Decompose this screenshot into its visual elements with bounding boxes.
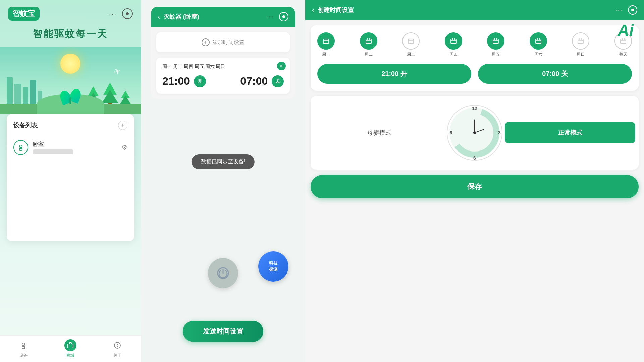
device-name: 卧室: [33, 141, 117, 148]
more-options-icon[interactable]: ···: [109, 10, 117, 18]
app-logo-text: 智蚊宝: [13, 9, 35, 19]
sync-message: 数据已同步至设备!: [201, 159, 245, 164]
close-button[interactable]: ✕: [277, 62, 286, 70]
clock-wrapper: 12 3 6 9: [444, 103, 505, 163]
header-right: ···: [267, 12, 288, 21]
right-target-btn[interactable]: [628, 5, 637, 15]
nav-shop-icon: [64, 339, 76, 351]
add-device-button[interactable]: +: [118, 121, 127, 130]
svg-rect-1: [19, 148, 22, 150]
on-badge: 开: [194, 75, 206, 87]
day-tue-label: 周二: [365, 52, 373, 57]
nav-about-icon: [111, 339, 123, 351]
device-mac: [33, 149, 73, 154]
day-sun-label: 周日: [577, 52, 585, 57]
device-info: 卧室: [33, 141, 117, 154]
svg-rect-5: [22, 346, 25, 349]
plus-circle-icon: +: [202, 38, 210, 46]
day-fri-circle[interactable]: [487, 32, 504, 50]
mode-left-label[interactable]: 母婴模式: [314, 125, 444, 140]
sync-notification: 数据已同步至设备!: [192, 154, 255, 169]
more-icon[interactable]: ···: [267, 13, 274, 20]
app-tagline: 智能驱蚊每一天: [0, 24, 141, 47]
power-icon: [216, 266, 230, 281]
day-wed-circle[interactable]: [402, 32, 420, 50]
day-sat[interactable]: 周六: [530, 32, 547, 57]
svg-rect-16: [366, 39, 371, 44]
svg-point-9: [117, 346, 118, 347]
bottom-navigation: 设备 商城 关于: [0, 335, 141, 362]
day-mon-label: 周一: [322, 52, 330, 57]
on-time-group: 21:00 开: [162, 75, 206, 87]
right-back-arrow[interactable]: ‹: [312, 6, 314, 14]
device-list-title: 设备列表: [13, 121, 38, 129]
day-tue[interactable]: 周二: [360, 32, 377, 57]
on-label: 开: [198, 78, 202, 84]
off-badge: 关: [272, 75, 284, 87]
back-arrow-icon[interactable]: ‹: [158, 13, 160, 21]
day-sun-circle[interactable]: [572, 32, 589, 50]
device-list-header: 设备列表 +: [13, 121, 127, 130]
day-sun[interactable]: 周日: [572, 32, 589, 57]
power-button[interactable]: [208, 258, 238, 288]
device-icon: [13, 140, 28, 155]
send-settings-label: 发送时间设置: [203, 327, 243, 335]
device-settings-icon[interactable]: ⚙: [121, 143, 127, 152]
day-selector-card: 周一 周二 周三 周四 周五: [311, 25, 639, 90]
day-every-label: 每天: [619, 52, 627, 57]
off-time-value[interactable]: 07:00: [240, 75, 268, 87]
header-left: ‹ 灭蚊器 (卧室): [158, 13, 199, 21]
svg-point-53: [473, 131, 476, 134]
day-fri[interactable]: 周五: [487, 32, 504, 57]
right-header: ‹ 创建时间设置 ···: [305, 0, 644, 20]
svg-rect-36: [578, 39, 583, 44]
send-settings-button[interactable]: 发送时间设置: [183, 321, 263, 342]
weekdays-row: 周一 周二 周四 周五 周六 周日: [162, 64, 284, 70]
on-time-value[interactable]: 21:00: [162, 75, 190, 87]
middle-phone-screen: ‹ 灭蚊器 (卧室) ··· + 添加时间设置 ✕ 周一 周二 周四 周五 周六…: [151, 7, 295, 99]
svg-rect-32: [536, 39, 541, 44]
time-buttons-row: 21:00 开 07:00 关: [317, 64, 632, 84]
nav-item-about[interactable]: 关于: [111, 339, 123, 358]
day-sat-circle[interactable]: [530, 32, 547, 50]
svg-rect-12: [323, 39, 329, 44]
day-wed[interactable]: 周三: [402, 32, 420, 57]
day-tue-circle[interactable]: [360, 32, 377, 50]
svg-text:3: 3: [498, 130, 501, 135]
landscape-illustration: ✈: [0, 47, 141, 114]
right-screen-title: 创建时间设置: [318, 6, 354, 14]
right-more-icon[interactable]: ···: [615, 7, 623, 14]
tech-badge-line1: 科技: [269, 261, 278, 266]
weekdays-text: 周一 周二 周四 周五 周六 周日: [162, 64, 225, 70]
day-mon[interactable]: 周一: [317, 32, 335, 57]
time-row: 21:00 开 07:00 关: [162, 75, 284, 87]
target-btn[interactable]: [279, 12, 288, 21]
on-time-button[interactable]: 21:00 开: [317, 64, 471, 84]
days-row: 周一 周二 周三 周四 周五: [317, 32, 632, 57]
svg-text:6: 6: [473, 155, 476, 161]
panel-main: 智蚊宝 ··· 智能驱蚊每一天: [0, 0, 141, 362]
nav-item-shop[interactable]: 商城: [64, 339, 76, 358]
target-icon[interactable]: [122, 8, 133, 19]
power-button-wrapper: [208, 258, 238, 288]
svg-text:9: 9: [450, 130, 452, 135]
day-thu[interactable]: 周四: [445, 32, 462, 57]
svg-text:12: 12: [472, 106, 477, 111]
nav-item-device[interactable]: 设备: [17, 339, 30, 358]
mode-right-label[interactable]: 正常模式: [505, 122, 635, 143]
svg-rect-24: [451, 39, 456, 44]
middle-screen-header: ‹ 灭蚊器 (卧室) ···: [151, 7, 295, 27]
day-wed-label: 周三: [407, 52, 415, 57]
day-thu-circle[interactable]: [445, 32, 462, 50]
right-screen: ‹ 创建时间设置 ··· 周一 周二 周三: [305, 0, 644, 362]
ai-text: Ai: [618, 21, 634, 40]
off-label: 关: [275, 78, 280, 84]
save-button[interactable]: 保存: [311, 175, 639, 198]
day-mon-circle[interactable]: [317, 32, 335, 50]
panel-middle: ‹ 灭蚊器 (卧室) ··· + 添加时间设置 ✕ 周一 周二 周四 周五 周六…: [141, 0, 305, 362]
device-item: 卧室 ⚙: [13, 137, 127, 158]
off-time-button[interactable]: 07:00 关: [478, 64, 632, 84]
add-time-button[interactable]: + 添加时间设置: [156, 32, 290, 52]
nav-device-icon: [17, 339, 30, 351]
clock-card: 母婴模式 12 3 6 9: [311, 96, 639, 170]
